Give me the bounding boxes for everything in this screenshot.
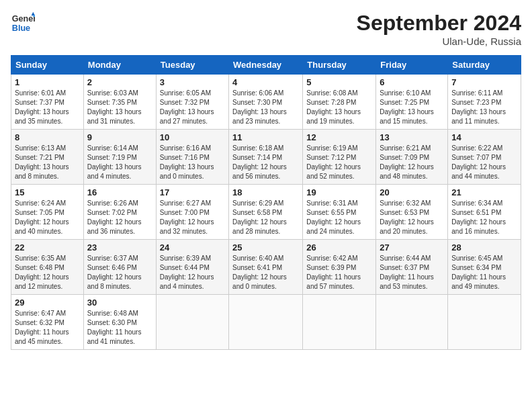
day-info: Sunrise: 6:14 AMSunset: 7:19 PMDaylight:…	[87, 144, 152, 181]
calendar-cell: 5Sunrise: 6:08 AMSunset: 7:28 PMDaylight…	[303, 75, 376, 130]
calendar-cell: 10Sunrise: 6:16 AMSunset: 7:16 PMDayligh…	[156, 130, 228, 185]
day-number: 20	[380, 187, 444, 197]
day-number: 29	[15, 298, 80, 308]
calendar-cell: 11Sunrise: 6:18 AMSunset: 7:14 PMDayligh…	[229, 130, 303, 185]
day-number: 13	[380, 132, 444, 142]
svg-text:Blue: Blue	[12, 24, 30, 33]
day-number: 14	[451, 132, 517, 142]
day-header-tuesday: Tuesday	[156, 56, 228, 75]
svg-text:General: General	[12, 14, 35, 24]
calendar-week-row: 22Sunrise: 6:35 AMSunset: 6:48 PMDayligh…	[11, 240, 521, 295]
calendar-cell: 4Sunrise: 6:06 AMSunset: 7:30 PMDaylight…	[229, 75, 303, 130]
day-info: Sunrise: 6:37 AMSunset: 6:46 PMDaylight:…	[87, 254, 152, 291]
day-number: 26	[306, 242, 372, 253]
calendar-cell: 15Sunrise: 6:24 AMSunset: 7:05 PMDayligh…	[11, 185, 84, 240]
day-number: 9	[87, 132, 152, 142]
day-number: 2	[87, 77, 152, 87]
day-info: Sunrise: 6:24 AMSunset: 7:05 PMDaylight:…	[15, 199, 80, 236]
calendar-cell: 23Sunrise: 6:37 AMSunset: 6:46 PMDayligh…	[83, 240, 156, 295]
calendar-week-row: 1Sunrise: 6:01 AMSunset: 7:37 PMDaylight…	[11, 75, 521, 130]
calendar-cell: 6Sunrise: 6:10 AMSunset: 7:25 PMDaylight…	[376, 75, 448, 130]
day-info: Sunrise: 6:39 AMSunset: 6:44 PMDaylight:…	[160, 254, 225, 291]
day-number: 24	[160, 242, 225, 253]
calendar-cell: 28Sunrise: 6:45 AMSunset: 6:34 PMDayligh…	[448, 240, 521, 295]
header-row: SundayMondayTuesdayWednesdayThursdayFrid…	[11, 56, 521, 75]
day-header-thursday: Thursday	[303, 56, 376, 75]
day-number: 28	[451, 242, 517, 253]
calendar-cell: 25Sunrise: 6:40 AMSunset: 6:41 PMDayligh…	[229, 240, 303, 295]
day-info: Sunrise: 6:31 AMSunset: 6:55 PMDaylight:…	[306, 199, 372, 236]
day-number: 21	[451, 187, 517, 197]
day-header-friday: Friday	[376, 56, 448, 75]
calendar-cell: 19Sunrise: 6:31 AMSunset: 6:55 PMDayligh…	[303, 185, 376, 240]
calendar-week-row: 29Sunrise: 6:47 AMSunset: 6:32 PMDayligh…	[11, 295, 521, 350]
day-number: 18	[232, 187, 299, 197]
day-number: 17	[160, 187, 225, 197]
title-block: September 2024 Ulan-Ude, Russia	[357, 11, 521, 47]
day-number: 19	[306, 187, 372, 197]
day-info: Sunrise: 6:13 AMSunset: 7:21 PMDaylight:…	[15, 144, 80, 181]
calendar-cell: 22Sunrise: 6:35 AMSunset: 6:48 PMDayligh…	[11, 240, 84, 295]
calendar-cell: 8Sunrise: 6:13 AMSunset: 7:21 PMDaylight…	[11, 130, 84, 185]
day-number: 16	[87, 187, 152, 197]
day-number: 8	[15, 132, 80, 142]
day-header-sunday: Sunday	[11, 56, 84, 75]
calendar-cell: 30Sunrise: 6:48 AMSunset: 6:30 PMDayligh…	[83, 295, 156, 350]
calendar-cell: 20Sunrise: 6:32 AMSunset: 6:53 PMDayligh…	[376, 185, 448, 240]
logo-icon: General Blue	[11, 11, 35, 35]
day-header-saturday: Saturday	[448, 56, 521, 75]
day-number: 4	[232, 77, 299, 87]
calendar-cell: 27Sunrise: 6:44 AMSunset: 6:37 PMDayligh…	[376, 240, 448, 295]
day-info: Sunrise: 6:34 AMSunset: 6:51 PMDaylight:…	[451, 199, 517, 236]
day-number: 15	[15, 187, 80, 197]
day-number: 6	[380, 77, 444, 87]
day-info: Sunrise: 6:40 AMSunset: 6:41 PMDaylight:…	[232, 254, 299, 291]
day-number: 23	[87, 242, 152, 253]
day-info: Sunrise: 6:42 AMSunset: 6:39 PMDaylight:…	[306, 254, 372, 291]
logo: General Blue	[11, 11, 35, 35]
day-info: Sunrise: 6:08 AMSunset: 7:28 PMDaylight:…	[306, 89, 372, 126]
calendar-week-row: 15Sunrise: 6:24 AMSunset: 7:05 PMDayligh…	[11, 185, 521, 240]
day-info: Sunrise: 6:47 AMSunset: 6:32 PMDaylight:…	[15, 309, 80, 347]
calendar-cell: 2Sunrise: 6:03 AMSunset: 7:35 PMDaylight…	[83, 75, 156, 130]
calendar-cell: 21Sunrise: 6:34 AMSunset: 6:51 PMDayligh…	[448, 185, 521, 240]
calendar-cell: 14Sunrise: 6:22 AMSunset: 7:07 PMDayligh…	[448, 130, 521, 185]
calendar-cell: 16Sunrise: 6:26 AMSunset: 7:02 PMDayligh…	[83, 185, 156, 240]
calendar-cell: 29Sunrise: 6:47 AMSunset: 6:32 PMDayligh…	[11, 295, 84, 350]
day-info: Sunrise: 6:27 AMSunset: 7:00 PMDaylight:…	[160, 199, 225, 236]
day-info: Sunrise: 6:21 AMSunset: 7:09 PMDaylight:…	[380, 144, 444, 181]
calendar-cell	[303, 295, 376, 350]
day-info: Sunrise: 6:35 AMSunset: 6:48 PMDaylight:…	[15, 254, 80, 291]
day-number: 10	[160, 132, 225, 142]
day-number: 27	[380, 242, 444, 253]
day-number: 22	[15, 242, 80, 253]
calendar-cell: 18Sunrise: 6:29 AMSunset: 6:58 PMDayligh…	[229, 185, 303, 240]
calendar-cell: 12Sunrise: 6:19 AMSunset: 7:12 PMDayligh…	[303, 130, 376, 185]
day-header-monday: Monday	[83, 56, 156, 75]
calendar-table: SundayMondayTuesdayWednesdayThursdayFrid…	[11, 55, 521, 350]
day-info: Sunrise: 6:05 AMSunset: 7:32 PMDaylight:…	[160, 89, 225, 126]
day-info: Sunrise: 6:32 AMSunset: 6:53 PMDaylight:…	[380, 199, 444, 236]
day-info: Sunrise: 6:16 AMSunset: 7:16 PMDaylight:…	[160, 144, 225, 181]
day-info: Sunrise: 6:10 AMSunset: 7:25 PMDaylight:…	[380, 89, 444, 126]
calendar-cell: 17Sunrise: 6:27 AMSunset: 7:00 PMDayligh…	[156, 185, 228, 240]
day-header-wednesday: Wednesday	[229, 56, 303, 75]
calendar-cell: 1Sunrise: 6:01 AMSunset: 7:37 PMDaylight…	[11, 75, 84, 130]
day-info: Sunrise: 6:22 AMSunset: 7:07 PMDaylight:…	[451, 144, 517, 181]
day-number: 30	[87, 298, 152, 308]
day-info: Sunrise: 6:11 AMSunset: 7:23 PMDaylight:…	[451, 89, 517, 126]
day-info: Sunrise: 6:45 AMSunset: 6:34 PMDaylight:…	[451, 254, 517, 291]
month-title: September 2024	[357, 11, 521, 36]
calendar-cell: 3Sunrise: 6:05 AMSunset: 7:32 PMDaylight…	[156, 75, 228, 130]
location-subtitle: Ulan-Ude, Russia	[357, 36, 521, 47]
calendar-cell	[376, 295, 448, 350]
day-info: Sunrise: 6:48 AMSunset: 6:30 PMDaylight:…	[87, 309, 152, 347]
calendar-cell: 24Sunrise: 6:39 AMSunset: 6:44 PMDayligh…	[156, 240, 228, 295]
day-info: Sunrise: 6:26 AMSunset: 7:02 PMDaylight:…	[87, 199, 152, 236]
day-info: Sunrise: 6:06 AMSunset: 7:30 PMDaylight:…	[232, 89, 299, 126]
page-header: General Blue September 2024 Ulan-Ude, Ru…	[11, 11, 521, 47]
calendar-cell: 13Sunrise: 6:21 AMSunset: 7:09 PMDayligh…	[376, 130, 448, 185]
day-number: 3	[160, 77, 225, 87]
calendar-cell: 7Sunrise: 6:11 AMSunset: 7:23 PMDaylight…	[448, 75, 521, 130]
day-info: Sunrise: 6:44 AMSunset: 6:37 PMDaylight:…	[380, 254, 444, 291]
